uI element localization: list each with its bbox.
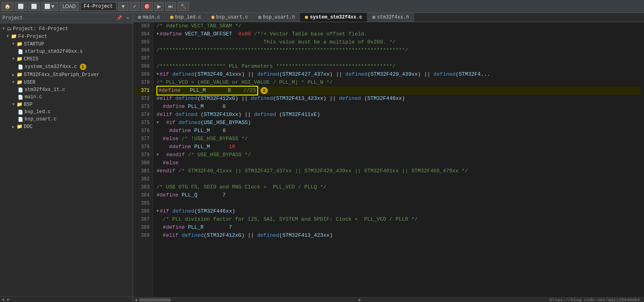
code-372-elif: #elif (156, 95, 172, 103)
code-389-m1: STM32F412xG (207, 232, 242, 240)
code-374-m1: STM32F410xx (204, 111, 238, 119)
code-line-377: #else /* !USE_HSE_BYPASS */ (156, 135, 641, 143)
h-scroll-left-btn[interactable]: ◀ (135, 298, 137, 302)
code-378-m: PLL_M (194, 143, 210, 151)
code-373-define: #define (163, 103, 185, 111)
h-scroll-thumb[interactable] (139, 298, 171, 302)
ln-385: 385 (136, 199, 150, 207)
code-container[interactable]: 363 364 365 366 367 368 369 370 371 372 … (133, 22, 644, 297)
folder-icon-bsp: 📁 (17, 101, 23, 108)
code-378-indent (156, 143, 169, 151)
sidebar-item-system-file[interactable]: 📄 system_stm32f4xx.c 1 (0, 63, 133, 71)
sidebar-item-cmsis[interactable]: ▼ 📁 CMSIS (0, 55, 133, 63)
code-line-366: /***************************************… (156, 46, 641, 54)
code-388-indent (156, 223, 163, 232)
sidebar-close-icon[interactable]: ✕ (125, 15, 130, 21)
code-line-369: ▼ #if defined ( STM32F40_41xxx ) || defi… (156, 70, 641, 79)
ln-381: 381 (136, 167, 150, 175)
sidebar-bottom-scroll[interactable]: ◀ ▶ (0, 296, 133, 302)
collapse-arrow-cmsis: ▼ (12, 57, 15, 61)
toolbar-btn-3[interactable]: ⬜ (28, 2, 40, 11)
sidebar-item-startup[interactable]: ▼ 📁 STARTUP (0, 40, 133, 48)
ln-382: 382 (136, 175, 150, 183)
collapse-364: ▼ (156, 30, 159, 38)
code-384-val: 7 (223, 191, 226, 199)
label-it-file: stm32f4xx_it.c (25, 87, 65, 93)
code-line-378: #define PLL_M 16 (156, 143, 641, 151)
toolbar-btn-4[interactable]: ⬜▼ (42, 2, 58, 11)
sp5: ) || (329, 70, 345, 79)
tab-bsp-led[interactable]: bsp_led.c (165, 13, 206, 22)
ln-370: 370 (136, 79, 150, 87)
code-386-def: defined (172, 207, 194, 215)
sp2: ( (194, 207, 198, 215)
code-line-370: /* PLL_VCO = (HSE_VALUE or HSI_VALUE / P… (156, 79, 641, 87)
sidebar-item-main-file[interactable]: 📄 main.c (0, 93, 133, 101)
scroll-right-arrow[interactable]: ▶ (6, 297, 11, 302)
toolbar-step[interactable]: ⏭ (165, 2, 176, 11)
tab-system-stm32[interactable]: system_stm32f4xx.c (300, 13, 367, 22)
code-content: /* #define VECT_TAB_SRAM */ ▼ #define VE… (153, 22, 644, 297)
h-scroll-right-btn[interactable]: ▶ (358, 298, 361, 302)
sidebar-item-bsp[interactable]: ▼ 📁 BSP (0, 101, 133, 108)
tab-stm32-h[interactable]: stm32f4xx.h (367, 13, 414, 22)
sidebar-header-icons: 📌 ✕ (115, 15, 130, 21)
sp2: ( (194, 70, 198, 79)
toolbar-check[interactable]: ✓ (130, 2, 140, 11)
toolbar-build[interactable]: 🔨 (177, 2, 189, 11)
label-bsp: BSP (24, 102, 33, 108)
scroll-left-arrow[interactable]: ◀ (0, 297, 6, 302)
sidebar-item-bsp-usart[interactable]: 📄 bsp_usart.c (0, 116, 133, 123)
toolbar-btn-2[interactable]: ⬜ (15, 2, 27, 11)
tab-dot-stm32-h (372, 16, 375, 19)
toolbar-btn-1[interactable]: 🏠 (2, 2, 13, 11)
code-369-macro2: STM32F427_437xx (282, 70, 329, 79)
code-line-387: /* PLL division factor for I2S, SAI, SYS… (156, 215, 641, 223)
label-bsp-usart: bsp_usart.c (25, 116, 56, 122)
tab-label-main: main.c (143, 14, 160, 20)
toolbar-target[interactable]: 🎯 (141, 2, 153, 11)
sp1 (179, 232, 182, 240)
code-384-pll-q: PLL_Q (181, 191, 197, 199)
sidebar-item-stdperiph[interactable]: ▶ 📁 STM32F4xx_StdPeriph_Driver (0, 71, 133, 79)
sp2 (210, 127, 223, 135)
sp9: ... (481, 70, 490, 79)
sidebar-item-f4project[interactable]: ▼ 📁 F4-Project (0, 33, 133, 40)
tab-bsp-usart-c[interactable]: bsp_usart.c (206, 13, 253, 22)
horizontal-scrollbar[interactable]: ◀ ▶ https://blog.csdn.net/qq1126648abe (133, 297, 644, 302)
code-line-384: #define PLL_Q 7 (156, 191, 641, 199)
code-372-def3: defined (339, 95, 361, 103)
code-line-372: #elif defined ( STM32F412xG ) || defined… (156, 95, 641, 103)
sidebar-item-it-file[interactable]: 📄 stm32f4xx_it.c (0, 86, 133, 93)
code-line-382 (156, 175, 641, 183)
sidebar-pin-icon[interactable]: 📌 (115, 15, 123, 21)
ln-387: 387 (136, 215, 150, 223)
sp2 (210, 143, 229, 151)
ln-373: 373 (136, 103, 150, 111)
folder-icon-stdperiph: 📁 (17, 72, 23, 78)
ln-377: 377 (136, 135, 150, 143)
sp1 (179, 191, 182, 199)
sp8: ( (455, 70, 459, 79)
sidebar-item-user[interactable]: ▼ 📁 USER (0, 79, 133, 86)
toolbar-btn-load[interactable]: LOAD (60, 2, 79, 11)
sidebar-item-bsp-led[interactable]: 📄 bsp_led.c (0, 108, 133, 116)
sp3: ) || (235, 95, 251, 103)
toolbar-play[interactable]: ▶ (154, 2, 164, 11)
tab-dot-bsp-usart-h (258, 16, 261, 19)
code-381-comment: /* STM32F40_41xxx || STM32F427_437xx || … (179, 167, 468, 175)
sp1 (191, 127, 194, 135)
sp6: ( (367, 70, 371, 79)
code-386-m: STM32F446xx (198, 207, 232, 215)
sp-371-1 (183, 87, 187, 93)
sidebar-item-startup-file[interactable]: 📄 startup_stm32f40xx.s (0, 48, 133, 55)
code-373-indent (156, 103, 163, 111)
sidebar-item-project-root[interactable]: ▼ 🗂 Project: F4-Project (0, 25, 133, 33)
sidebar-item-doc[interactable]: ▶ 📁 DOC (0, 123, 133, 130)
ln-363: 363 (136, 22, 150, 30)
file-icon-system: 📄 (18, 64, 23, 70)
toolbar-dropdown[interactable]: ▼ (118, 2, 129, 11)
tab-main-c[interactable]: main.c (133, 13, 165, 22)
tab-bsp-usart-h[interactable]: bsp_usart.h (253, 13, 300, 22)
code-364-define: #define (160, 30, 182, 38)
